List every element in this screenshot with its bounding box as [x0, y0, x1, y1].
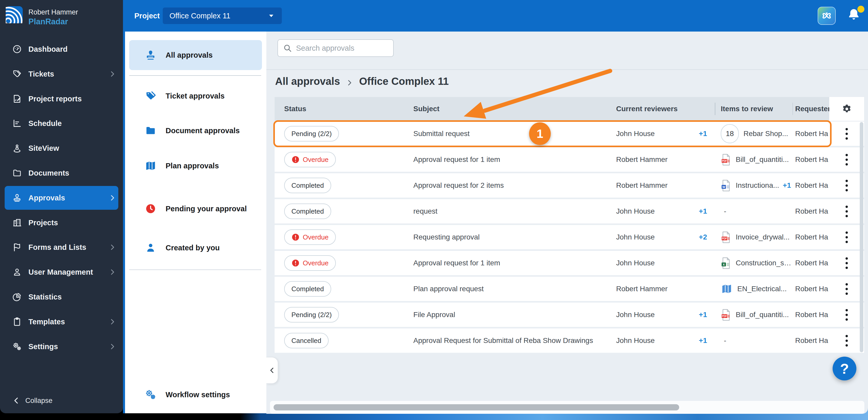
table-row[interactable]: Completed Plan approval request Robert H…: [275, 277, 864, 301]
column-header-requester[interactable]: Requester: [793, 97, 829, 121]
reviewers-cell: John House +2: [606, 225, 715, 249]
connect-app-button[interactable]: [817, 7, 836, 25]
sidebar-item-label: Statistics: [28, 293, 62, 301]
kebab-menu-icon[interactable]: [842, 332, 851, 349]
column-header-items-to-review[interactable]: Items to review: [715, 97, 793, 121]
filter-item-all-approvals[interactable]: All approvals: [129, 40, 262, 70]
kebab-menu-icon[interactable]: [842, 306, 851, 324]
chevron-right-icon: [108, 70, 116, 78]
breadcrumb-separator-icon: [346, 77, 353, 85]
alert-icon: [291, 156, 300, 164]
reviewers-more-count[interactable]: +1: [699, 336, 707, 345]
row-actions-menu[interactable]: [829, 121, 864, 146]
file-doc-icon: [721, 179, 731, 192]
notifications-button[interactable]: [846, 7, 863, 24]
help-button[interactable]: ?: [833, 357, 857, 381]
breadcrumb-parent[interactable]: All approvals: [275, 76, 340, 87]
sidebar-item-user-management[interactable]: User Management: [0, 260, 123, 284]
sidebar-item-forms-and-lists[interactable]: Forms and Lists: [0, 235, 123, 260]
kebab-menu-icon[interactable]: [842, 254, 851, 272]
item-name[interactable]: Rebar Shop...: [743, 130, 788, 138]
filter-item-pending-your-approval[interactable]: Pending your approval: [129, 196, 262, 221]
table-row[interactable]: Cancelled Approval Request for Submittal…: [275, 329, 864, 353]
filter-item-created-by-you[interactable]: Created by you: [129, 235, 262, 260]
sidebar-item-documents[interactable]: Documents: [0, 161, 123, 186]
sidebar-item-project-reports[interactable]: Project reports: [0, 86, 123, 111]
divider: [129, 75, 261, 76]
item-name[interactable]: Instructiona...: [736, 181, 779, 190]
kebab-menu-icon[interactable]: [842, 151, 851, 169]
item-name[interactable]: Construction_sc...: [736, 259, 793, 267]
kebab-menu-icon[interactable]: [842, 228, 851, 246]
row-actions-menu[interactable]: [829, 147, 864, 172]
sidebar-item-tickets[interactable]: Tickets: [0, 61, 123, 86]
reviewers-more-count[interactable]: +1: [699, 311, 707, 319]
report-icon: [12, 94, 22, 104]
items-cell: -: [715, 199, 793, 223]
kebab-menu-icon[interactable]: [842, 280, 851, 298]
row-actions-menu[interactable]: [829, 225, 864, 249]
sidebar-item-label: Schedule: [28, 119, 62, 128]
item-name[interactable]: Invoice_drywal...: [736, 233, 790, 241]
table-row[interactable]: Completed Approval request for 2 items R…: [275, 173, 864, 198]
kebab-menu-icon[interactable]: [842, 125, 851, 143]
dashboard-icon: [12, 44, 22, 54]
filter-item-plan-approvals[interactable]: Plan approvals: [129, 153, 262, 178]
row-actions-menu[interactable]: [829, 199, 864, 223]
reviewers-more-count[interactable]: +1: [699, 207, 707, 216]
column-header-status[interactable]: Status: [275, 97, 413, 121]
sidebar-item-statistics[interactable]: Statistics: [0, 284, 123, 309]
kebab-menu-icon[interactable]: [842, 177, 851, 195]
search-input[interactable]: [296, 44, 388, 53]
table-row[interactable]: Pending (2/2) Submittal request John Hou…: [275, 121, 864, 146]
item-name[interactable]: Bill_of_quantiti...: [736, 156, 789, 164]
sidebar-item-approvals[interactable]: Approvals: [0, 186, 123, 210]
user-icon: [12, 267, 22, 277]
kebab-menu-icon[interactable]: [842, 202, 851, 220]
items-more-count[interactable]: +1: [783, 181, 791, 190]
chev-right-icon: [108, 194, 116, 202]
sidebar-item-label: User Management: [28, 268, 93, 277]
table-row[interactable]: Overdue Requesting approval John House +…: [275, 225, 864, 249]
panel-collapse-handle[interactable]: [266, 357, 278, 384]
sidebar-item-projects[interactable]: Projects: [0, 210, 123, 235]
reviewers-more-count[interactable]: +2: [699, 233, 707, 241]
sidebar-item-dashboard[interactable]: Dashboard: [0, 37, 123, 61]
item-name[interactable]: Bill_of_quantiti...: [736, 311, 789, 319]
sidebar-item-schedule[interactable]: Schedule: [0, 111, 123, 136]
annotation-badge: 1: [529, 122, 551, 145]
column-header-subject[interactable]: Subject: [413, 97, 606, 121]
horizontal-scrollbar-thumb[interactable]: [274, 404, 679, 411]
vertical-scrollbar-thumb[interactable]: [860, 122, 863, 352]
row-actions-menu[interactable]: [829, 277, 864, 301]
sidebar-item-templates[interactable]: Templates: [0, 309, 123, 334]
gears-icon: [145, 389, 157, 401]
reviewers-more-count[interactable]: +1: [699, 130, 707, 138]
column-header-current-reviewers[interactable]: Current reviewers: [606, 97, 715, 121]
table-row[interactable]: Pending (2/2) File Approval John House +…: [275, 303, 864, 327]
requester-cell: Robert Ha: [793, 173, 829, 198]
row-actions-menu[interactable]: [829, 251, 864, 275]
table-settings-button[interactable]: [829, 97, 864, 121]
sidebar-item-label: Documents: [28, 169, 69, 177]
item-name[interactable]: EN_Electrical...: [737, 285, 786, 293]
tags-fill-icon: [145, 90, 157, 102]
sidebar-item-siteview[interactable]: SiteView: [0, 136, 123, 161]
filter-item-document-approvals[interactable]: Document approvals: [129, 118, 262, 143]
alert-icon: [291, 233, 300, 241]
project-selector[interactable]: Office Complex 11: [163, 7, 282, 24]
row-actions-menu[interactable]: [829, 329, 864, 353]
row-actions-menu[interactable]: [829, 173, 864, 198]
table-row[interactable]: Completed request John House +1 - Robert…: [275, 199, 864, 223]
file-pdf-icon: [721, 153, 731, 166]
status-badge: Cancelled: [284, 333, 329, 348]
sidebar-collapse-button[interactable]: Collapse: [0, 392, 123, 410]
chevron-left-icon: [268, 366, 276, 374]
filter-item-ticket-approvals[interactable]: Ticket approvals: [129, 84, 262, 108]
row-actions-menu[interactable]: [829, 303, 864, 327]
table-row[interactable]: Overdue Approval request for 1 item John…: [275, 251, 864, 275]
table-row[interactable]: Overdue Approval request for 1 item Robe…: [275, 147, 864, 172]
workflow-settings-button[interactable]: Workflow settings: [129, 382, 262, 407]
sidebar-item-settings[interactable]: Settings: [0, 334, 123, 359]
workflow-settings-label: Workflow settings: [165, 391, 230, 399]
